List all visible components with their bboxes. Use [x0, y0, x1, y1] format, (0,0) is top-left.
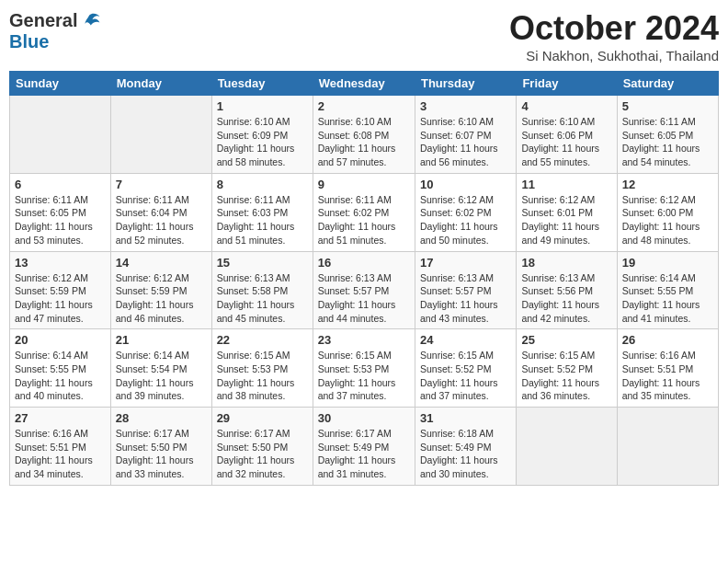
- month-title: October 2024: [509, 9, 719, 48]
- day-info: Sunrise: 6:15 AM Sunset: 5:52 PM Dayligh…: [420, 349, 511, 403]
- calendar-week-row: 27Sunrise: 6:16 AM Sunset: 5:51 PM Dayli…: [10, 408, 719, 486]
- day-info: Sunrise: 6:12 AM Sunset: 5:59 PM Dayligh…: [15, 271, 106, 326]
- title-block: October 2024 Si Nakhon, Sukhothai, Thail…: [509, 9, 719, 63]
- day-info: Sunrise: 6:12 AM Sunset: 5:59 PM Dayligh…: [116, 271, 207, 326]
- calendar-table: SundayMondayTuesdayWednesdayThursdayFrid…: [9, 71, 719, 486]
- calendar-cell: 22Sunrise: 6:15 AM Sunset: 5:53 PM Dayli…: [211, 329, 313, 408]
- day-info: Sunrise: 6:11 AM Sunset: 6:05 PM Dayligh…: [15, 193, 106, 247]
- calendar-cell: 20Sunrise: 6:14 AM Sunset: 5:55 PM Dayli…: [10, 329, 111, 408]
- calendar-cell: 26Sunrise: 6:16 AM Sunset: 5:51 PM Dayli…: [617, 329, 718, 408]
- day-info: Sunrise: 6:15 AM Sunset: 5:53 PM Dayligh…: [318, 349, 410, 403]
- calendar-cell: 25Sunrise: 6:15 AM Sunset: 5:52 PM Dayli…: [517, 329, 617, 408]
- calendar-cell: 12Sunrise: 6:12 AM Sunset: 6:00 PM Dayli…: [617, 173, 718, 251]
- day-number: 21: [116, 333, 207, 347]
- calendar-cell: 5Sunrise: 6:11 AM Sunset: 6:05 PM Daylig…: [617, 96, 718, 174]
- day-number: 8: [217, 178, 308, 191]
- day-number: 5: [622, 99, 713, 113]
- calendar-cell: [10, 96, 111, 174]
- weekday-header-monday: Monday: [110, 72, 211, 96]
- day-info: Sunrise: 6:13 AM Sunset: 5:57 PM Dayligh…: [420, 271, 511, 326]
- calendar-cell: 27Sunrise: 6:16 AM Sunset: 5:51 PM Dayli…: [10, 408, 111, 486]
- weekday-header-row: SundayMondayTuesdayWednesdayThursdayFrid…: [10, 72, 719, 96]
- day-number: 29: [217, 411, 308, 425]
- logo-bird-icon: [79, 9, 101, 31]
- calendar-cell: 29Sunrise: 6:17 AM Sunset: 5:50 PM Dayli…: [211, 408, 313, 486]
- day-number: 15: [217, 256, 308, 270]
- day-number: 4: [521, 99, 611, 113]
- day-info: Sunrise: 6:16 AM Sunset: 5:51 PM Dayligh…: [622, 349, 713, 403]
- weekday-header-sunday: Sunday: [10, 72, 111, 96]
- day-info: Sunrise: 6:12 AM Sunset: 6:01 PM Dayligh…: [521, 193, 611, 247]
- calendar-cell: 16Sunrise: 6:13 AM Sunset: 5:57 PM Dayli…: [313, 251, 415, 329]
- calendar-cell: 14Sunrise: 6:12 AM Sunset: 5:59 PM Dayli…: [110, 251, 211, 329]
- day-number: 26: [622, 333, 713, 347]
- day-number: 6: [15, 178, 106, 191]
- day-number: 17: [420, 256, 511, 270]
- day-info: Sunrise: 6:11 AM Sunset: 6:02 PM Dayligh…: [318, 193, 410, 247]
- day-number: 20: [15, 333, 106, 347]
- page-header: General Blue October 2024 Si Nakhon, Suk…: [9, 9, 719, 63]
- day-number: 14: [116, 256, 207, 270]
- day-info: Sunrise: 6:10 AM Sunset: 6:09 PM Dayligh…: [217, 115, 308, 169]
- day-number: 11: [521, 178, 611, 191]
- day-number: 19: [622, 256, 713, 270]
- day-number: 16: [318, 256, 410, 270]
- calendar-cell: 19Sunrise: 6:14 AM Sunset: 5:55 PM Dayli…: [617, 251, 718, 329]
- calendar-cell: [110, 96, 211, 174]
- calendar-cell: 15Sunrise: 6:13 AM Sunset: 5:58 PM Dayli…: [211, 251, 313, 329]
- calendar-cell: 8Sunrise: 6:11 AM Sunset: 6:03 PM Daylig…: [211, 173, 313, 251]
- day-number: 25: [521, 333, 611, 347]
- calendar-cell: 3Sunrise: 6:10 AM Sunset: 6:07 PM Daylig…: [415, 96, 516, 174]
- day-info: Sunrise: 6:10 AM Sunset: 6:07 PM Dayligh…: [420, 115, 511, 169]
- day-number: 28: [116, 411, 207, 425]
- day-info: Sunrise: 6:14 AM Sunset: 5:55 PM Dayligh…: [15, 349, 106, 403]
- calendar-cell: 10Sunrise: 6:12 AM Sunset: 6:02 PM Dayli…: [415, 173, 516, 251]
- day-number: 18: [521, 256, 611, 270]
- day-info: Sunrise: 6:11 AM Sunset: 6:04 PM Dayligh…: [116, 193, 207, 247]
- day-info: Sunrise: 6:18 AM Sunset: 5:49 PM Dayligh…: [420, 427, 511, 481]
- day-info: Sunrise: 6:10 AM Sunset: 6:06 PM Dayligh…: [521, 115, 611, 169]
- calendar-cell: 2Sunrise: 6:10 AM Sunset: 6:08 PM Daylig…: [313, 96, 415, 174]
- logo: General Blue: [9, 9, 101, 52]
- day-number: 24: [420, 333, 511, 347]
- weekday-header-friday: Friday: [517, 72, 617, 96]
- calendar-cell: 24Sunrise: 6:15 AM Sunset: 5:52 PM Dayli…: [415, 329, 516, 408]
- day-info: Sunrise: 6:13 AM Sunset: 5:57 PM Dayligh…: [318, 271, 410, 326]
- day-number: 27: [15, 411, 106, 425]
- location-text: Si Nakhon, Sukhothai, Thailand: [509, 48, 719, 63]
- day-number: 2: [318, 99, 410, 113]
- day-number: 9: [318, 178, 410, 191]
- day-info: Sunrise: 6:15 AM Sunset: 5:52 PM Dayligh…: [521, 349, 611, 403]
- calendar-cell: 30Sunrise: 6:17 AM Sunset: 5:49 PM Dayli…: [313, 408, 415, 486]
- day-info: Sunrise: 6:12 AM Sunset: 6:00 PM Dayligh…: [622, 193, 713, 247]
- calendar-cell: 7Sunrise: 6:11 AM Sunset: 6:04 PM Daylig…: [110, 173, 211, 251]
- logo-general-text: General: [9, 10, 77, 31]
- weekday-header-thursday: Thursday: [415, 72, 516, 96]
- logo-blue-text: Blue: [9, 31, 49, 52]
- calendar-cell: 23Sunrise: 6:15 AM Sunset: 5:53 PM Dayli…: [313, 329, 415, 408]
- day-number: 31: [420, 411, 511, 425]
- weekday-header-wednesday: Wednesday: [313, 72, 415, 96]
- day-info: Sunrise: 6:17 AM Sunset: 5:49 PM Dayligh…: [318, 427, 410, 481]
- calendar-week-row: 20Sunrise: 6:14 AM Sunset: 5:55 PM Dayli…: [10, 329, 719, 408]
- day-info: Sunrise: 6:14 AM Sunset: 5:54 PM Dayligh…: [116, 349, 207, 403]
- calendar-cell: [617, 408, 718, 486]
- calendar-cell: [517, 408, 617, 486]
- calendar-cell: 11Sunrise: 6:12 AM Sunset: 6:01 PM Dayli…: [517, 173, 617, 251]
- day-number: 7: [116, 178, 207, 191]
- day-info: Sunrise: 6:15 AM Sunset: 5:53 PM Dayligh…: [217, 349, 308, 403]
- weekday-header-saturday: Saturday: [617, 72, 718, 96]
- calendar-cell: 6Sunrise: 6:11 AM Sunset: 6:05 PM Daylig…: [10, 173, 111, 251]
- day-number: 1: [217, 99, 308, 113]
- day-info: Sunrise: 6:17 AM Sunset: 5:50 PM Dayligh…: [116, 427, 207, 481]
- day-number: 30: [318, 411, 410, 425]
- calendar-cell: 18Sunrise: 6:13 AM Sunset: 5:56 PM Dayli…: [517, 251, 617, 329]
- calendar-cell: 28Sunrise: 6:17 AM Sunset: 5:50 PM Dayli…: [110, 408, 211, 486]
- day-info: Sunrise: 6:11 AM Sunset: 6:03 PM Dayligh…: [217, 193, 308, 247]
- calendar-cell: 31Sunrise: 6:18 AM Sunset: 5:49 PM Dayli…: [415, 408, 516, 486]
- weekday-header-tuesday: Tuesday: [211, 72, 313, 96]
- calendar-week-row: 6Sunrise: 6:11 AM Sunset: 6:05 PM Daylig…: [10, 173, 719, 251]
- day-info: Sunrise: 6:12 AM Sunset: 6:02 PM Dayligh…: [420, 193, 511, 247]
- day-info: Sunrise: 6:13 AM Sunset: 5:58 PM Dayligh…: [217, 271, 308, 326]
- calendar-week-row: 1Sunrise: 6:10 AM Sunset: 6:09 PM Daylig…: [10, 96, 719, 174]
